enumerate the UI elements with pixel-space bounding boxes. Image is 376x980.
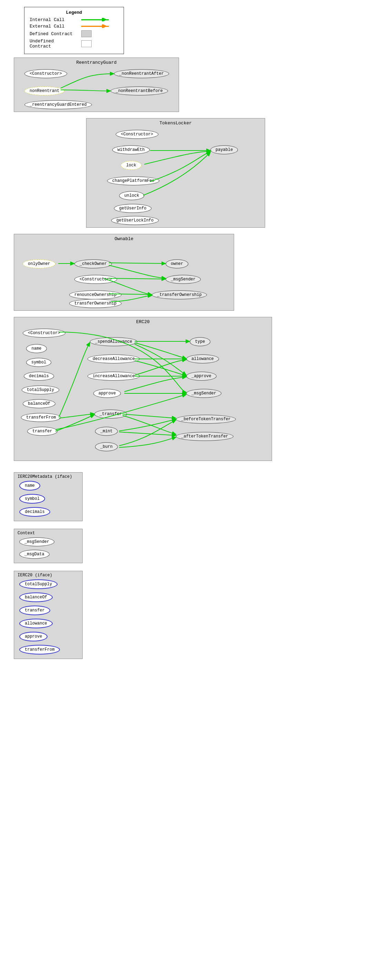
node-spendallowance: _spendAllowance — [90, 337, 137, 346]
contract-title-tokenslocker: TokensLocker — [159, 121, 192, 126]
node-unlock: unlock — [119, 191, 144, 200]
node-msgsender-erc20: _msgSender — [186, 389, 221, 398]
node-burn: _burn — [95, 442, 118, 451]
node-owner: owner — [166, 259, 188, 268]
contract-tokenslocker: TokensLocker <Constructor> withdrawEth l… — [86, 118, 265, 228]
contract-erc20: ERC20 <Constructor> name symbol decimals… — [14, 317, 272, 461]
iface-ierc20: IERC20 (iface) totalSupply balanceOf tra… — [14, 571, 82, 659]
iface-node-transfer-i: transfer — [19, 606, 50, 615]
legend-label-external: External Call — [30, 24, 78, 29]
node-constructor-tl: <Constructor> — [116, 130, 159, 139]
legend-row-internal: Internal Call — [30, 17, 119, 22]
node-increaseallowance: increaseAllowance — [87, 372, 140, 381]
node-constructor-ow: <Constructor> — [75, 275, 117, 284]
node-payable: payable — [210, 145, 238, 154]
node-symbol-erc20: symbol — [26, 358, 51, 367]
legend-rect-defined — [81, 30, 92, 37]
legend-row-external: External Call — [30, 24, 119, 29]
legend-line-green — [81, 19, 109, 20]
iface-node-symbol-meta: symbol — [19, 494, 45, 504]
node-transferfrom-erc20: transferFrom — [21, 413, 61, 422]
iface-title-ierc20metadata: IERC20Metadata (iface) — [17, 474, 72, 479]
legend-title: Legend — [30, 10, 119, 15]
node-onlyowner: onlyOwner — [23, 259, 56, 268]
node-changeplatformfee: changePlatformFee — [107, 177, 159, 185]
page-container: Legend Internal Call External Call Defin… — [0, 0, 376, 980]
node-totalsupply-erc20: totalSupply — [22, 385, 59, 395]
node-getuserlockinfo: getUserLockInfo — [111, 216, 159, 225]
iface-node-decimals-meta: decimals — [19, 507, 50, 517]
node-nonreentrantbefore: _nonReentrantBefore — [111, 86, 168, 95]
legend-rect-undefined — [81, 40, 92, 47]
node-mint: _mint — [95, 427, 118, 436]
iface-node-allowance-i: allowance — [19, 619, 53, 628]
legend-line-orange — [81, 26, 109, 27]
node-transferownership-fn: _transferOwnership — [152, 290, 207, 299]
iface-node-transferfrom-i: transferFrom — [19, 645, 60, 654]
iface-node-msgsender-ctx: _msgSender — [19, 537, 54, 546]
node-checkowner: _checkOwner — [75, 259, 112, 268]
node-type-erc20: type — [190, 337, 210, 346]
iface-node-totalsupply-i: totalSupply — [19, 579, 57, 589]
node-getuserinfo: getUserInfo — [114, 204, 151, 213]
node-decimals-erc20: decimals — [24, 372, 54, 381]
legend-row-undefined: Undefined Contract — [30, 38, 119, 49]
contract-reentrancyguard: ReentrancyGuard <Constructor> nonReentra… — [14, 57, 179, 112]
node-withdraweth: withdrawEth — [112, 145, 150, 154]
node-aftertokentransfer: _afterTokenTransfer — [176, 432, 233, 441]
node-transfer-erc20: transfer — [27, 427, 57, 436]
contract-title-reentrancyguard: ReentrancyGuard — [76, 60, 116, 65]
iface-node-approve-i: approve — [19, 632, 48, 641]
contract-title-erc20: ERC20 — [136, 319, 149, 325]
legend-label-internal: Internal Call — [30, 17, 78, 22]
iface-node-balanceof-i: balanceOf — [19, 592, 53, 602]
iface-nodes-context: _msgSender _msgData — [19, 537, 77, 559]
node-constructor-rg: <Constructor> — [24, 69, 67, 78]
node-approve-erc20: approve — [93, 389, 121, 398]
node-nonreentrant: nonReentrant — [24, 86, 64, 95]
node-name-erc20: name — [26, 344, 47, 353]
node-decreaseallowance: decreaseAllowance — [87, 355, 140, 363]
contract-ownable: Ownable onlyOwner _checkOwner <Construct… — [14, 234, 234, 311]
node-constructor-erc20: <Constructor> — [23, 329, 65, 337]
node-lock: lock — [121, 161, 141, 170]
iface-title-context: Context — [17, 531, 35, 536]
legend-label-defined: Defined Contract — [30, 31, 78, 37]
node-allowance-erc20: allowance — [186, 355, 219, 363]
node-transferfn: _transfer — [94, 410, 127, 418]
legend-row-defined: Defined Contract — [30, 30, 119, 37]
node-reentrancyguardentered: _reentrancyGuardEntered — [24, 100, 92, 109]
iface-node-msgdata-ctx: _msgData — [19, 550, 49, 559]
iface-ierc20metadata: IERC20Metadata (iface) name symbol decim… — [14, 472, 82, 521]
iface-context: Context _msgSender _msgData — [14, 529, 82, 563]
iface-node-name-meta: name — [19, 481, 40, 490]
node-beforetokentransfer: _beforeTokenTransfer — [176, 415, 236, 424]
contract-title-ownable: Ownable — [115, 236, 133, 242]
iface-nodes-ierc20: totalSupply balanceOf transfer allowance… — [19, 579, 77, 654]
node-approvefn: _approve — [186, 372, 217, 381]
bottom-sections: IERC20Metadata (iface) name symbol decim… — [3, 467, 373, 663]
legend-label-undefined: Undefined Contract — [30, 38, 78, 49]
node-transferownership-ow: transferOwnership — [69, 299, 122, 308]
node-balanceof-erc20: balanceOf — [23, 399, 56, 408]
node-msgsender-ow: _msgSender — [166, 275, 201, 284]
legend-box: Legend Internal Call External Call Defin… — [24, 7, 124, 54]
node-renounceownership: renounceOwnership — [69, 290, 122, 299]
iface-nodes-ierc20metadata: name symbol decimals — [19, 481, 77, 517]
node-nonreentrantafter: _nonReentrantAfter — [114, 69, 169, 78]
iface-title-ierc20: IERC20 (iface) — [17, 573, 52, 578]
